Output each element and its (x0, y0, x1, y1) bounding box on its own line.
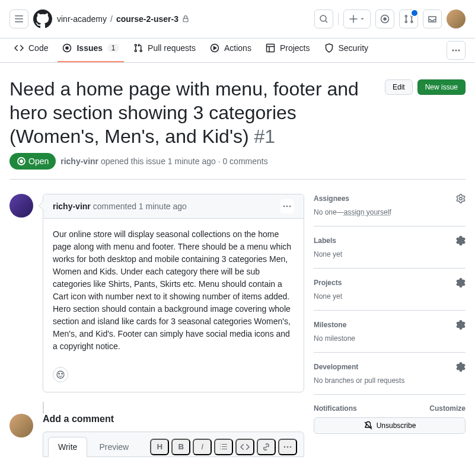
development-value: No branches or pull requests (314, 376, 466, 385)
issue-meta: Open richy-vinr opened this issue 1 minu… (9, 153, 466, 180)
new-issue-button[interactable]: New issue (417, 79, 466, 95)
tab-issues-label: Issues (76, 43, 103, 53)
tab-actions-label: Actions (224, 43, 251, 53)
labels-value: None yet (314, 250, 466, 258)
issue-sidebar: Assignees No one—assign yourself Labels … (314, 194, 466, 457)
projects-heading: Projects (314, 279, 342, 287)
tab-code[interactable]: Code (9, 39, 53, 62)
breadcrumb: vinr-academy / course-2-user-3 (57, 14, 310, 24)
notifications-heading: Notifications (314, 404, 357, 413)
svg-point-2 (384, 18, 386, 20)
svg-point-8 (455, 50, 457, 52)
tab-code-label: Code (28, 43, 48, 53)
customize-link[interactable]: Customize (429, 404, 466, 413)
gear-icon[interactable] (456, 320, 466, 330)
tab-pull-requests[interactable]: Pull requests (129, 39, 200, 62)
comment-body: Our online store will display seasonal c… (43, 219, 304, 362)
tab-security-label: Security (339, 43, 369, 53)
github-logo-icon[interactable] (33, 9, 52, 28)
gear-icon[interactable] (456, 194, 466, 203)
hamburger-menu-button[interactable] (9, 9, 28, 28)
assignees-heading: Assignees (314, 194, 349, 203)
svg-point-13 (286, 206, 288, 207)
user-avatar[interactable] (447, 9, 466, 28)
lock-icon (182, 15, 189, 23)
my-avatar[interactable] (9, 414, 33, 437)
milestone-value: No milestone (314, 334, 466, 343)
app-header: vinr-academy / course-2-user-3 (0, 0, 475, 39)
comment-time: 1 minute ago (139, 202, 187, 211)
inbox-button[interactable] (423, 9, 442, 28)
comment-menu-button[interactable] (280, 199, 294, 213)
comment-author[interactable]: richy-vinr (53, 202, 91, 211)
svg-point-20 (290, 446, 292, 448)
development-heading: Development (314, 363, 358, 371)
breadcrumb-repo[interactable]: course-2-user-3 (116, 14, 178, 24)
svg-point-18 (284, 446, 286, 448)
svg-point-7 (452, 50, 454, 52)
gear-icon[interactable] (456, 236, 466, 245)
svg-rect-6 (266, 44, 274, 52)
bell-slash-icon (364, 421, 373, 430)
svg-point-9 (458, 50, 460, 52)
milestone-heading: Milestone (314, 321, 346, 329)
svg-point-14 (289, 206, 291, 207)
labels-heading: Labels (314, 237, 336, 245)
svg-point-12 (283, 206, 285, 207)
create-new-button[interactable] (343, 9, 371, 28)
gear-icon[interactable] (456, 362, 466, 372)
header-actions (314, 9, 466, 28)
bold-tool-icon[interactable]: B (171, 439, 190, 455)
tab-projects-label: Projects (280, 43, 310, 53)
link-tool-icon[interactable] (257, 439, 276, 455)
svg-point-11 (20, 160, 23, 162)
tab-actions[interactable]: Actions (205, 39, 256, 62)
more-tabs-button[interactable] (447, 41, 466, 60)
tab-projects[interactable]: Projects (261, 39, 315, 62)
preview-tab[interactable]: Preview (90, 437, 138, 456)
issues-icon-button[interactable] (375, 9, 394, 28)
assignees-value: No one—assign yourself (314, 208, 466, 216)
search-button[interactable] (314, 9, 333, 28)
edit-button[interactable]: Edit (385, 79, 413, 95)
svg-point-15 (57, 371, 64, 378)
italic-tool-icon[interactable]: I (193, 439, 212, 455)
comment-avatar[interactable] (9, 194, 33, 218)
main-content: Need a home page with menu, footer and h… (0, 63, 475, 471)
issue-number: #1 (254, 126, 276, 147)
projects-value: None yet (314, 292, 466, 301)
issue-title: Need a home page with menu, footer and h… (9, 77, 375, 148)
issue-author[interactable]: richy-vinr (60, 156, 98, 166)
breadcrumb-owner[interactable]: vinr-academy (57, 14, 107, 24)
heading-tool-icon[interactable]: H (150, 439, 169, 455)
add-reaction-button[interactable] (53, 367, 68, 382)
issues-count-badge: 1 (107, 44, 119, 52)
add-comment-heading: Add a comment (43, 414, 304, 424)
tab-issues[interactable]: Issues 1 (58, 39, 124, 62)
timeline: richy-vinr commented 1 minute ago Our on… (9, 194, 304, 457)
breadcrumb-separator: / (110, 14, 113, 24)
comment-editor-tabs: Write Preview H B I (43, 432, 304, 457)
pull-requests-icon-button[interactable] (399, 9, 418, 28)
comment-box: richy-vinr commented 1 minute ago Our on… (43, 194, 304, 392)
tab-pulls-label: Pull requests (148, 43, 196, 53)
gear-icon[interactable] (456, 278, 466, 287)
svg-point-4 (66, 47, 68, 49)
more-tools-button[interactable] (278, 439, 297, 455)
svg-point-0 (320, 15, 326, 21)
code-tool-icon[interactable] (235, 439, 254, 455)
list-tool-icon[interactable] (214, 439, 233, 455)
svg-point-17 (62, 373, 63, 375)
repo-nav: Code Issues 1 Pull requests Actions Proj… (0, 39, 475, 63)
assign-yourself-link[interactable]: assign yourself (344, 208, 391, 216)
write-tab[interactable]: Write (48, 437, 87, 457)
svg-point-16 (59, 373, 60, 375)
state-badge: Open (9, 153, 56, 170)
svg-point-19 (287, 446, 289, 448)
unsubscribe-button[interactable]: Unsubscribe (314, 417, 466, 434)
tab-security[interactable]: Security (320, 39, 374, 62)
